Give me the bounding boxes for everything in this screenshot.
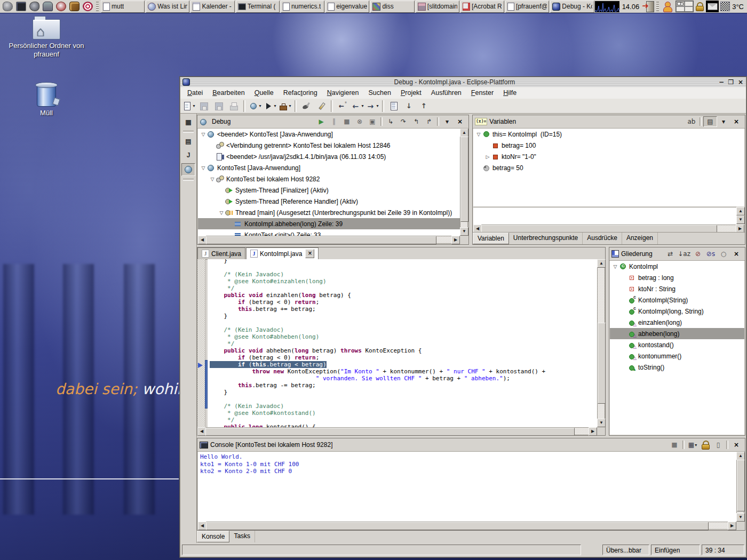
tree-row-system-thread-finalizer-aktiv[interactable]: System-Thread [Finalizer] (Aktiv) (198, 185, 460, 196)
open-expander-icon[interactable]: ▽ (200, 165, 207, 171)
minimize-button[interactable]: − (717, 78, 726, 86)
scroll-right-icon[interactable]: ▶ (728, 522, 736, 530)
clock[interactable]: 14.06 (622, 3, 640, 11)
view-menu-button[interactable]: ▾ (441, 117, 454, 126)
tab-ausdr-cke[interactable]: Ausdrücke (583, 233, 622, 244)
sort-button[interactable]: ↓az (677, 249, 692, 259)
open-perspective-button[interactable]: ▦ (182, 116, 195, 128)
tab-tasks[interactable]: Tasks (229, 531, 255, 542)
variables-detail-pane[interactable] (473, 207, 736, 225)
java-perspective-button[interactable]: J (182, 149, 195, 161)
weather-flag-icon[interactable] (720, 2, 730, 11)
tree-row-kontostand[interactable]: kontostand() (610, 339, 744, 350)
workspace-cell[interactable] (676, 6, 685, 12)
menu-quelle[interactable]: Quelle (250, 87, 279, 99)
scrollbar-thumb[interactable] (206, 522, 709, 530)
taskbar-window-kalender[interactable]: Kalender - (190, 1, 234, 13)
toggle-detail-pane-button[interactable]: ▤ (703, 116, 717, 127)
taskbar-window-terminal[interactable]: Terminal ( (236, 1, 280, 13)
search-button[interactable] (299, 100, 314, 112)
tree-row-kontotest-java-anwendung[interactable]: ▽KontoTest [Java-Anwendung] (198, 162, 460, 173)
step-into-button[interactable]: ↳ (384, 117, 397, 126)
open-expander-icon[interactable]: ▽ (200, 132, 207, 137)
close-button[interactable]: × (730, 249, 743, 259)
tree-row-kontoimpl-abheben-long-zeile-39[interactable]: KontoImpl.abheben(long) Zeile: 39 (198, 218, 460, 229)
debug-vscrollbar[interactable]: ▲ ▼ (460, 129, 468, 236)
run-button[interactable]: ▾ (263, 100, 277, 112)
save-button[interactable] (196, 100, 211, 112)
hide-static-button[interactable]: ⊘s (704, 249, 717, 259)
workspace-pager[interactable] (676, 1, 694, 12)
menu-datei[interactable]: Datei (182, 87, 208, 99)
scroll-down-icon[interactable]: ▼ (736, 215, 745, 224)
open-expander-icon[interactable]: ▽ (611, 264, 619, 269)
dropdown-arrow-icon[interactable]: ▾ (361, 103, 363, 108)
lock-icon[interactable] (695, 1, 705, 12)
scroll-left-icon[interactable]: ◀ (198, 236, 206, 244)
tree-row-betrag-100[interactable]: betrag= 100 (473, 140, 744, 151)
scroll-up-icon[interactable]: ▲ (736, 452, 745, 460)
desktop-icon-trash[interactable]: Müll (1, 84, 92, 117)
taskbar-window-debug-ko[interactable]: Debug - Ko (550, 1, 594, 13)
scroll-left-icon[interactable]: ◀ (197, 427, 206, 436)
launcher-alarm-clock[interactable] (55, 1, 67, 12)
link-with-editor-button[interactable]: ⇄ (664, 249, 677, 259)
debug-tree[interactable]: ▽<beendet> KontoTest [Java-Anwendung]<Ve… (198, 129, 460, 236)
logout-icon[interactable]: ➜ (642, 1, 655, 12)
scrollbar-thumb[interactable] (460, 137, 468, 222)
close-button[interactable]: × (454, 117, 466, 126)
step-over-button[interactable]: ↷ (397, 117, 410, 126)
scrollbar-thumb[interactable] (205, 428, 575, 436)
maximize-button[interactable]: ❒ (727, 78, 735, 86)
workspace-cell[interactable] (676, 1, 685, 6)
user-icon[interactable] (661, 1, 674, 12)
open-expander-icon[interactable]: ▽ (209, 177, 216, 182)
taskbar-window-diss[interactable]: diss (370, 1, 414, 13)
tree-row-kontotest-bei-lokalem-host-9282[interactable]: ▽KontoTest bei lokalem Host 9282 (198, 173, 460, 185)
taskbar-window-slitdomain[interactable]: [slitdomain (416, 1, 459, 13)
open-expander-icon[interactable]: ▽ (218, 210, 225, 215)
console-vscrollbar[interactable]: ▲ ▼ (736, 452, 744, 522)
tree-row-einzahlen-long[interactable]: einzahlen(long) (610, 317, 744, 328)
clear-console-button[interactable]: ▯ (712, 440, 725, 450)
detail-vscrollbar[interactable]: ▲ ▼ (736, 207, 744, 224)
scroll-up-icon[interactable]: ▲ (736, 207, 745, 215)
dropdown-arrow-icon[interactable]: ▾ (274, 103, 276, 108)
taskbar-window-acrobat-r[interactable]: [Acrobat R (460, 1, 504, 13)
taskbar-window-mutt[interactable]: mutt (101, 1, 145, 13)
step-return-button[interactable]: ↰ (410, 117, 423, 126)
dropdown-arrow-icon[interactable]: ▾ (289, 103, 291, 108)
show-source-button[interactable] (386, 100, 401, 112)
tab-unterbrechungspunkte[interactable]: Unterbrechungspunkte (509, 233, 583, 244)
editor-tab-kontoimpl-java[interactable]: JKontoImpl.java× (246, 247, 319, 259)
menu-hilfe[interactable]: Hilfe (498, 87, 521, 99)
desktop-icon-home-folder[interactable]: Persönlicher Ordner von pfrauenf (1, 19, 92, 59)
system-load-graph-icon[interactable] (595, 1, 619, 12)
tree-row-this-kontoimpl-id-15[interactable]: ▽this= KontoImpl (ID=15) (473, 129, 744, 140)
tree-row-ktonr-1-0[interactable]: ▷ktoNr= "1-0" (473, 151, 744, 162)
tab-konsole[interactable]: Konsole (197, 531, 229, 542)
tree-row-kontotest-init-zeile-33[interactable]: KontoTest.<init>() Zeile: 33 (198, 229, 460, 236)
tree-row-tostring[interactable]: toString() (610, 362, 744, 373)
disconnect-button[interactable]: ⊗ (353, 117, 366, 126)
new-wizard-button[interactable]: ▾ (181, 100, 196, 112)
editor-hscrollbar[interactable]: ◀ ▶ (197, 427, 597, 435)
tree-row-system-thread-reference-handler-aktiv[interactable]: System-Thread [Reference Handler] (Aktiv… (198, 196, 460, 207)
workspace-cell[interactable] (685, 1, 693, 6)
hide-non-public-button[interactable]: ○ (717, 249, 730, 259)
taskbar-window-was-ist-lin[interactable]: Was ist Lin (146, 1, 189, 13)
dropdown-arrow-icon[interactable]: ▾ (193, 103, 195, 108)
menu-refactoring[interactable]: Refactoring (279, 87, 322, 99)
editor-vscrollbar[interactable]: ▲ ▼ (597, 259, 605, 427)
last-edit-location-button[interactable] (335, 100, 350, 112)
menu-navigieren[interactable]: Navigieren (322, 87, 364, 99)
tree-row-kontoimpl-string[interactable]: KontoImpl(String) (610, 294, 744, 306)
launch-selector-button[interactable]: ▦▾ (686, 440, 699, 450)
dropdown-arrow-icon[interactable]: ▾ (376, 103, 378, 108)
closed-expander-icon[interactable]: ▷ (484, 154, 491, 159)
code-editor[interactable]: } /* (Kein Javadoc) * @see Konto#einzahl… (208, 259, 597, 427)
workspace-cell[interactable] (685, 6, 693, 12)
dropdown-arrow-icon[interactable]: ▾ (259, 103, 261, 108)
tree-row-verbindung-getrennt-kontotest-bei-lokale[interactable]: <Verbindung getrennt> KontoTest bei loka… (198, 140, 460, 151)
view-menu-button[interactable]: ▾ (717, 117, 730, 126)
